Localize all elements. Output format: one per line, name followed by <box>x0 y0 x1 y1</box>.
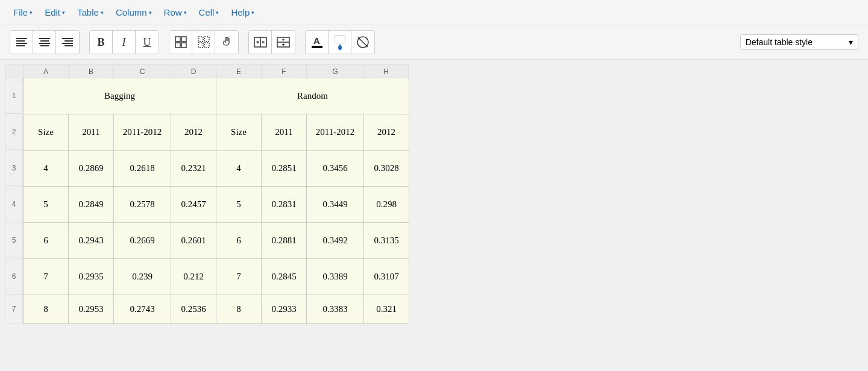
size-header-bag: Size <box>24 114 69 151</box>
toolbar: B I U <box>0 25 868 60</box>
2011-header-bag: 2011 <box>69 114 114 151</box>
svg-rect-5 <box>40 40 49 42</box>
cell-r4-c3: 0.2578 <box>114 187 171 223</box>
col-header-h: H <box>363 64 409 78</box>
table-row: 8 0.2953 0.2743 0.2536 8 0.2933 0.3383 0… <box>24 295 409 324</box>
menu-column[interactable]: Column ▾ <box>112 5 156 20</box>
svg-rect-12 <box>175 37 180 42</box>
cell-r6-c3: 0.239 <box>114 259 171 295</box>
cell-r5-c4: 0.2601 <box>171 223 216 259</box>
cell-r6-c6: 0.2845 <box>262 259 307 295</box>
svg-rect-9 <box>64 40 73 42</box>
svg-rect-8 <box>62 38 73 39</box>
table-view-group <box>169 30 239 54</box>
svg-line-27 <box>358 37 368 47</box>
show-borders-button[interactable] <box>192 31 215 54</box>
2011-header-rand: 2011 <box>262 114 307 151</box>
italic-button[interactable]: I <box>113 31 136 54</box>
fit-column-button[interactable] <box>249 31 272 54</box>
water-drop-icon <box>337 44 343 50</box>
no-color-button[interactable] <box>351 31 374 54</box>
row-num-6: 6 <box>5 258 23 295</box>
hand-tool-button[interactable] <box>215 31 238 54</box>
svg-rect-1 <box>16 40 25 42</box>
cell-r6-c8: 0.3107 <box>364 259 409 295</box>
cell-r3-c1: 4 <box>24 151 69 187</box>
col-header-b: B <box>68 64 113 78</box>
cell-r6-c1: 7 <box>24 259 69 295</box>
table-row: Size 2011 2011-2012 2012 Size 2011 2011-… <box>24 114 409 151</box>
col-header-g: G <box>306 64 363 78</box>
cell-r7-c5: 8 <box>216 295 262 324</box>
svg-rect-3 <box>16 45 25 46</box>
spreadsheet-area: A B C D E F G H 1 2 3 4 5 6 7 Bagging Ra… <box>0 60 868 324</box>
cell-r5-c2: 0.2943 <box>69 223 114 259</box>
table-row: 7 0.2935 0.239 0.212 7 0.2845 0.3389 0.3… <box>24 259 409 295</box>
row-num-1: 1 <box>5 78 23 114</box>
svg-rect-6 <box>39 43 50 44</box>
svg-rect-10 <box>62 43 73 44</box>
cell-r4-c4: 0.2457 <box>171 187 216 223</box>
svg-rect-4 <box>39 38 50 39</box>
cell-r4-c8: 0.298 <box>364 187 409 223</box>
table-icon <box>175 36 187 48</box>
underline-button[interactable]: U <box>136 31 159 54</box>
bold-button[interactable]: B <box>90 31 113 54</box>
align-center-icon <box>39 38 50 46</box>
align-center-button[interactable] <box>33 31 56 54</box>
table-row: Bagging Random <box>24 78 409 114</box>
cell-r7-c7: 0.3383 <box>307 295 364 324</box>
corner-cell <box>5 64 23 78</box>
svg-rect-2 <box>16 43 27 44</box>
cell-r3-c4: 0.2321 <box>171 151 216 187</box>
cell-r4-c1: 5 <box>24 187 69 223</box>
menu-table[interactable]: Table ▾ <box>74 5 107 20</box>
color-group: A <box>305 30 375 54</box>
borders-icon <box>198 36 210 48</box>
menu-help[interactable]: Help ▾ <box>227 5 258 20</box>
text-color-button[interactable]: A <box>306 31 329 54</box>
col-header-d: D <box>171 64 216 78</box>
svg-marker-25 <box>339 44 341 46</box>
cell-r3-c3: 0.2618 <box>114 151 171 187</box>
cell-r4-c2: 0.2849 <box>69 187 114 223</box>
align-left-button[interactable] <box>10 31 33 54</box>
style-select-arrow-icon: ▾ <box>849 37 853 47</box>
svg-rect-15 <box>181 43 186 48</box>
table-style-select[interactable]: Default table style ▾ <box>740 34 858 50</box>
table-row: 6 0.2943 0.2669 0.2601 6 0.2881 0.3492 0… <box>24 223 409 259</box>
cell-r4-c5: 5 <box>216 187 262 223</box>
2012-header-rand: 2012 <box>364 114 409 151</box>
cell-r6-c7: 0.3389 <box>307 259 364 295</box>
cell-r5-c6: 0.2881 <box>262 223 307 259</box>
bagging-header: Bagging <box>24 78 216 114</box>
show-table-button[interactable] <box>169 31 192 54</box>
menu-bar: File ▾ Edit ▾ Table ▾ Column ▾ Row ▾ Cel… <box>0 0 868 25</box>
fit-row-icon <box>277 37 290 48</box>
fit-row-button[interactable] <box>272 31 295 54</box>
size-group <box>248 30 295 54</box>
column-headers: A B C D E F G H <box>5 64 868 78</box>
size-header-rand: Size <box>216 114 262 151</box>
menu-file[interactable]: File ▾ <box>10 5 36 20</box>
cell-r5-c3: 0.2669 <box>114 223 171 259</box>
svg-rect-7 <box>40 45 49 46</box>
menu-cell[interactable]: Cell ▾ <box>195 5 223 20</box>
align-right-button[interactable] <box>56 31 79 54</box>
svg-rect-11 <box>64 45 73 46</box>
background-color-button[interactable] <box>329 31 351 54</box>
cell-r7-c3: 0.2743 <box>114 295 171 324</box>
row-num-7: 7 <box>5 295 23 323</box>
cell-r7-c4: 0.2536 <box>171 295 216 324</box>
svg-rect-13 <box>181 37 186 42</box>
col-header-a: A <box>23 64 68 78</box>
menu-row[interactable]: Row ▾ <box>160 5 190 20</box>
svg-rect-0 <box>16 38 27 39</box>
cell-r3-c2: 0.2869 <box>69 151 114 187</box>
cell-r5-c7: 0.3492 <box>307 223 364 259</box>
align-right-icon <box>62 38 73 46</box>
row-num-3: 3 <box>5 150 23 186</box>
file-arrow-icon: ▾ <box>30 10 33 16</box>
menu-edit[interactable]: Edit ▾ <box>41 5 69 20</box>
cell-arrow-icon: ▾ <box>216 10 219 16</box>
